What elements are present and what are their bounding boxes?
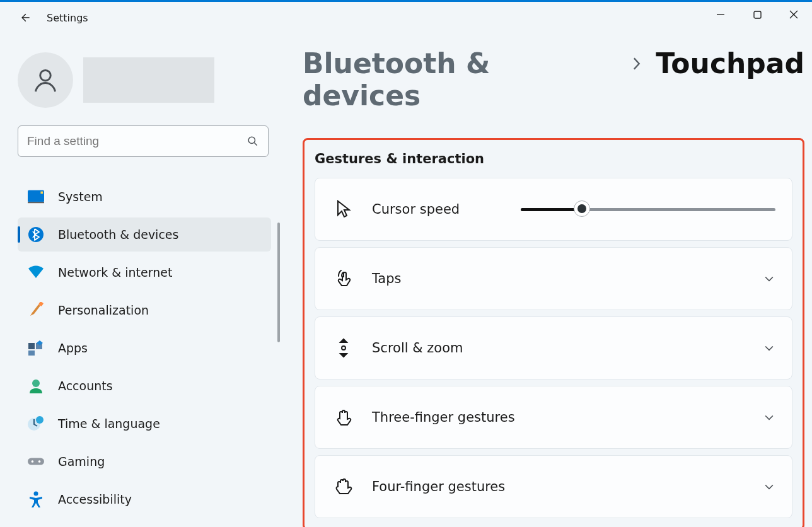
main-content: Bluetooth & devices Touchpad Gestures & … <box>284 33 812 527</box>
card-label: Three-finger gestures <box>372 410 515 425</box>
svg-rect-8 <box>28 343 35 349</box>
paintbrush-icon <box>28 302 44 318</box>
svg-rect-0 <box>754 11 761 18</box>
hand-three-icon <box>332 408 356 426</box>
chevron-down-icon <box>763 272 775 285</box>
sidebar-item-label: Time & language <box>58 417 160 431</box>
arrow-left-icon <box>19 11 32 24</box>
minimize-icon <box>716 10 725 19</box>
card-label: Taps <box>372 271 402 286</box>
title-bar: Settings <box>0 2 812 33</box>
svg-point-13 <box>36 416 44 424</box>
svg-rect-5 <box>28 202 44 203</box>
page-title: Touchpad <box>656 47 804 79</box>
sidebar-item-time-language[interactable]: Time & language <box>18 407 271 441</box>
apps-icon <box>28 340 44 356</box>
section-heading: Gestures & interaction <box>315 151 792 166</box>
scroll-zoom-row[interactable]: Scroll & zoom <box>315 316 792 379</box>
person-icon <box>28 378 44 394</box>
search-input[interactable] <box>27 134 246 148</box>
svg-point-11 <box>32 379 40 387</box>
svg-point-16 <box>38 460 41 463</box>
sidebar-item-label: Accessibility <box>58 492 132 506</box>
tap-icon <box>332 270 356 287</box>
sidebar-scrollbar[interactable] <box>277 223 280 342</box>
sidebar-item-bluetooth-devices[interactable]: Bluetooth & devices <box>18 217 271 252</box>
wifi-icon <box>28 264 44 281</box>
user-row[interactable] <box>18 52 271 108</box>
sidebar-item-label: Gaming <box>58 455 105 468</box>
sidebar-item-accounts[interactable]: Accounts <box>18 369 271 403</box>
sidebar-item-network[interactable]: Network & internet <box>18 255 271 289</box>
app-title: Settings <box>47 12 88 24</box>
four-finger-row[interactable]: Four-finger gestures <box>315 455 792 518</box>
window-controls <box>702 2 812 27</box>
cursor-speed-row: Cursor speed <box>315 178 792 241</box>
sidebar: System Bluetooth & devices Network & int… <box>0 33 284 527</box>
bluetooth-icon <box>28 226 44 243</box>
gestures-interaction-section: Gestures & interaction Cursor speed <box>303 138 804 527</box>
accessibility-icon <box>28 491 44 507</box>
svg-point-15 <box>32 460 34 463</box>
svg-point-2 <box>248 137 255 143</box>
nav-list: System Bluetooth & devices Network & int… <box>18 180 271 516</box>
close-button[interactable] <box>775 2 812 27</box>
svg-rect-14 <box>28 458 44 465</box>
sidebar-item-label: Bluetooth & devices <box>58 228 178 241</box>
slider-fill <box>521 208 582 211</box>
sidebar-item-label: Accounts <box>58 379 113 393</box>
minimize-button[interactable] <box>702 2 739 27</box>
svg-point-1 <box>40 70 51 81</box>
user-name-placeholder <box>83 57 214 103</box>
sidebar-item-system[interactable]: System <box>18 180 271 214</box>
chevron-down-icon <box>763 342 775 354</box>
display-icon <box>28 188 44 205</box>
sidebar-item-gaming[interactable]: Gaming <box>18 444 271 478</box>
card-label: Scroll & zoom <box>372 340 463 356</box>
search-box[interactable] <box>18 125 269 157</box>
three-finger-row[interactable]: Three-finger gestures <box>315 386 792 449</box>
user-icon <box>32 66 59 94</box>
hand-four-icon <box>332 478 356 495</box>
maximize-button[interactable] <box>739 2 775 27</box>
close-icon <box>789 10 798 19</box>
sidebar-item-accessibility[interactable]: Accessibility <box>18 482 271 516</box>
sidebar-item-label: Apps <box>58 341 88 355</box>
svg-rect-10 <box>28 350 35 356</box>
sidebar-item-label: System <box>58 190 103 204</box>
taps-row[interactable]: Taps <box>315 247 792 310</box>
clock-globe-icon <box>28 415 44 432</box>
avatar <box>18 52 73 108</box>
sidebar-item-label: Personalization <box>58 303 149 317</box>
search-icon <box>246 135 259 148</box>
card-label: Cursor speed <box>372 202 460 217</box>
sidebar-item-personalization[interactable]: Personalization <box>18 293 271 327</box>
scroll-icon <box>332 338 356 358</box>
sidebar-item-label: Network & internet <box>58 265 172 279</box>
card-label: Four-finger gestures <box>372 479 505 494</box>
breadcrumb-parent[interactable]: Bluetooth & devices <box>303 47 617 112</box>
cursor-icon <box>332 200 356 219</box>
maximize-icon <box>753 11 762 19</box>
svg-point-17 <box>34 492 38 496</box>
slider-thumb[interactable] <box>574 200 590 217</box>
breadcrumb: Bluetooth & devices Touchpad <box>303 47 804 112</box>
chevron-down-icon <box>763 411 775 424</box>
cursor-speed-slider[interactable] <box>521 207 775 211</box>
svg-point-18 <box>342 346 345 350</box>
svg-rect-4 <box>40 192 43 194</box>
chevron-right-icon <box>630 53 642 75</box>
sidebar-item-apps[interactable]: Apps <box>18 331 271 365</box>
back-button[interactable] <box>13 5 38 30</box>
gamepad-icon <box>28 453 44 470</box>
chevron-down-icon <box>763 480 775 493</box>
